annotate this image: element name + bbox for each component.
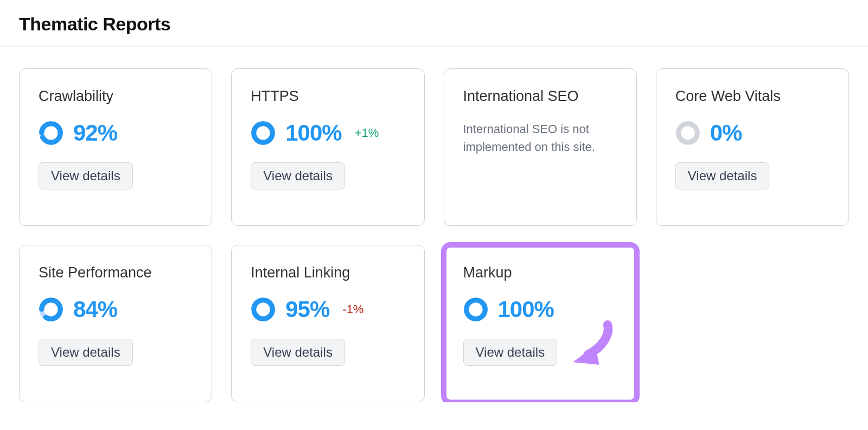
card-https: HTTPS 100% +1% View details [231, 68, 424, 226]
card-site-performance: Site Performance 84% View details [19, 245, 212, 402]
metric-row: 92% [39, 120, 193, 146]
metric-delta: -1% [342, 302, 363, 317]
progress-ring-icon [251, 121, 276, 146]
metric-row: 100% [463, 296, 617, 322]
metric-value: 0% [710, 120, 742, 146]
progress-ring-icon [39, 121, 63, 146]
svg-point-4 [679, 124, 698, 143]
metric-row: 100% +1% [251, 120, 405, 146]
reports-grid: Crawlability 92% View details HTTPS 100%… [0, 68, 868, 402]
view-details-button[interactable]: View details [39, 339, 133, 366]
card-markup: Markup 100% View details [444, 245, 637, 402]
card-title: Internal Linking [251, 264, 405, 281]
progress-ring-icon [39, 297, 63, 322]
card-internal-linking: Internal Linking 95% -1% View details [231, 245, 424, 402]
progress-ring-icon [251, 297, 276, 322]
card-title: Core Web Vitals [675, 88, 829, 105]
card-message: International SEO is not implemented on … [463, 120, 617, 156]
svg-point-8 [254, 300, 273, 319]
metric-value: 95% [285, 296, 329, 322]
view-details-button[interactable]: View details [251, 162, 345, 189]
metric-value: 100% [498, 296, 554, 322]
metric-value: 92% [73, 120, 117, 146]
view-details-button[interactable]: View details [39, 162, 133, 189]
metric-value: 84% [73, 296, 117, 322]
svg-point-10 [466, 300, 485, 319]
view-details-button[interactable]: View details [675, 162, 770, 189]
svg-point-3 [254, 124, 273, 143]
card-title: Crawlability [39, 88, 193, 105]
svg-marker-11 [573, 346, 599, 365]
card-title: Site Performance [39, 264, 193, 281]
card-title: International SEO [463, 88, 617, 105]
metric-delta: +1% [355, 126, 379, 140]
card-title: Markup [463, 264, 617, 281]
arrow-annotation-icon [560, 315, 620, 375]
card-title: HTTPS [251, 88, 405, 105]
metric-row: 0% [675, 120, 829, 146]
metric-value: 100% [285, 120, 341, 146]
view-details-button[interactable]: View details [251, 339, 345, 366]
svg-point-1 [42, 124, 61, 143]
view-details-button[interactable]: View details [463, 339, 558, 366]
card-core-web-vitals: Core Web Vitals 0% View details [656, 68, 849, 226]
page-title: Thematic Reports [0, 0, 868, 46]
metric-row: 95% -1% [251, 296, 405, 322]
progress-ring-icon [675, 121, 700, 146]
card-international-seo: International SEO International SEO is n… [444, 68, 637, 226]
svg-point-6 [42, 300, 61, 319]
metric-row: 84% [39, 296, 193, 322]
section-divider [0, 46, 868, 47]
progress-ring-icon [463, 297, 488, 322]
card-crawlability: Crawlability 92% View details [19, 68, 212, 226]
